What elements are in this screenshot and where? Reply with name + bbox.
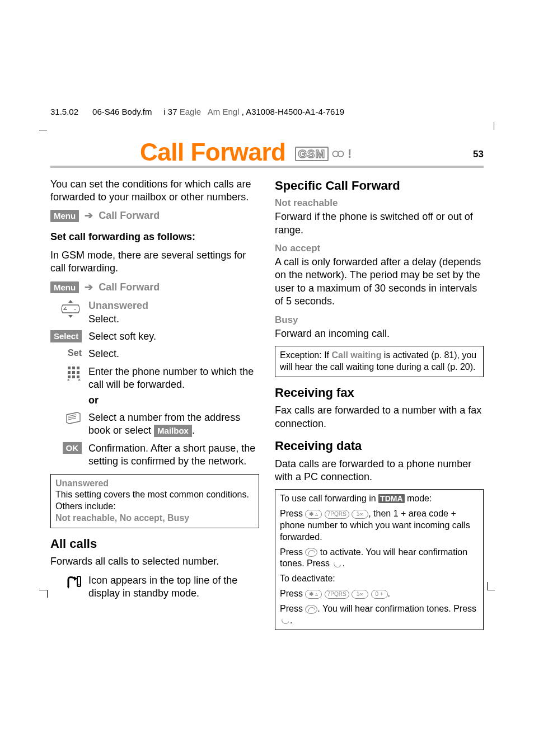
header-seq: i 37 <box>163 107 177 116</box>
svg-rect-11 <box>68 375 71 378</box>
no-accept-label: No accept <box>275 242 484 255</box>
intro-text: You can set the conditions for which cal… <box>50 178 259 204</box>
tdma-box: To use call forwarding in TDMA mode: Pre… <box>275 489 484 630</box>
right-column: Specific Call Forward Not reachable Forw… <box>275 178 484 636</box>
step-keypad: Enter the phone number to which the call… <box>50 365 259 407</box>
not-reachable-body: Forward if the phone is switched off or … <box>275 210 484 237</box>
send-key-icon <box>305 548 317 557</box>
page-number: 53 <box>473 148 484 165</box>
header-product: Eagle <box>180 107 201 116</box>
manual-page: 31.5.02 06-S46 Body.fm i 37 Eagle Am Eng… <box>0 0 534 756</box>
gsm-intro: In GSM mode, there are several settings … <box>50 249 259 275</box>
arrow-icon: ➔ <box>82 209 95 222</box>
confirm-pre: Press <box>280 604 305 613</box>
page-title: Call Forward <box>140 140 286 166</box>
header-date: 31.5.02 <box>50 107 78 116</box>
crop-tick <box>487 590 495 590</box>
exception-pre: Exception: If <box>280 350 332 360</box>
no-accept-body: A call is only forwarded after a delay (… <box>275 256 484 308</box>
svg-rect-8 <box>68 371 71 374</box>
tdma-badge: TDMA <box>378 494 404 503</box>
key-0: 0 + <box>371 590 388 599</box>
svg-marker-17 <box>67 586 69 589</box>
key-star: ✱ ▵ <box>305 510 322 519</box>
svg-rect-6 <box>72 367 75 369</box>
svg-marker-2 <box>68 300 73 303</box>
key-7: 7PQRS <box>325 510 349 519</box>
step-set: Set Select. <box>50 348 259 360</box>
header-docno: A31008-H4500-A1-4-7619 <box>246 107 344 116</box>
title-badges: GSM ! <box>295 146 352 162</box>
infobox-conditions: Not reachable, No accept, Busy <box>55 513 254 524</box>
header-lang: Am Engl <box>208 107 240 116</box>
set-action: Select. <box>88 348 259 360</box>
tdma-line1-pre: To use call forwarding in <box>280 494 378 503</box>
data-heading: Receiving data <box>275 438 484 454</box>
crop-tick <box>47 590 48 598</box>
nav-key-icon <box>59 299 82 318</box>
end-key-icon <box>280 617 290 624</box>
select-softkey: Select <box>50 330 82 342</box>
keypad-action: Enter the phone number to which the call… <box>88 366 254 390</box>
key-1: 1∞ <box>352 590 368 599</box>
period: . <box>290 616 292 625</box>
ok-softkey: OK <box>63 442 82 454</box>
set-softkey: Set <box>68 348 82 359</box>
svg-point-4 <box>74 309 76 310</box>
busy-label: Busy <box>275 314 484 326</box>
svg-rect-5 <box>68 367 71 369</box>
menu-path-2: Menu ➔ Call Forward <box>50 281 259 294</box>
svg-rect-10 <box>77 371 79 374</box>
book-action-post: . <box>192 425 195 436</box>
all-calls-heading: All calls <box>50 536 259 552</box>
call-waiting-exception-box: Exception: If Call waiting is activated … <box>275 346 484 377</box>
svg-rect-12 <box>72 375 75 378</box>
activate-pre: Press <box>280 547 305 557</box>
infobox-title: Unanswered <box>55 478 254 490</box>
crop-tick <box>494 122 494 130</box>
send-key-icon <box>305 605 317 614</box>
menu-target: Call Forward <box>99 281 160 294</box>
title-bar: Call Forward GSM ! 53 <box>50 140 484 168</box>
busy-body: Forward an incoming call. <box>275 327 484 340</box>
unanswered-info-box: Unanswered This setting covers the most … <box>50 474 259 528</box>
header-file: 06-S46 Body.fm <box>92 107 152 116</box>
crop-tick <box>487 582 488 590</box>
fax-heading: Receiving fax <box>275 385 484 401</box>
nav-label: Unanswered <box>88 299 259 312</box>
period: . <box>388 589 390 598</box>
or-label: or <box>88 394 259 407</box>
call-forward-indicator-icon <box>66 574 82 589</box>
end-key-icon <box>332 560 342 568</box>
keypad-icon <box>66 365 82 382</box>
key-star: ✱ ▵ <box>305 590 322 599</box>
nav-action: Select. <box>88 313 259 326</box>
tdma-line1-post: mode: <box>405 494 432 503</box>
menu-key: Menu <box>50 281 79 294</box>
all-calls-body: Forwards all calls to selected number. <box>50 555 259 568</box>
svg-marker-3 <box>68 315 73 318</box>
fax-body: Fax calls are forwarded to a number with… <box>275 404 484 430</box>
content-columns: You can set the conditions for which cal… <box>50 178 484 636</box>
svg-rect-7 <box>77 367 79 369</box>
infobox-body: This setting covers the most common cond… <box>55 489 254 513</box>
press-label-2: Press <box>280 589 305 598</box>
set-heading: Set call forwarding as follows: <box>50 231 259 243</box>
step-ok: OK Confirmation. After a short pause, th… <box>50 442 259 468</box>
menu-key: Menu <box>50 210 79 222</box>
all-calls-icon-note: Icon appears in the top line of the disp… <box>88 574 259 600</box>
ok-action: Confirmation. After a short pause, the s… <box>88 442 259 468</box>
key-1: 1∞ <box>352 510 368 519</box>
menu-target: Call Forward <box>99 209 160 222</box>
menu-path-1: Menu ➔ Call Forward <box>50 209 259 222</box>
running-header: 31.5.02 06-S46 Body.fm i 37 Eagle Am Eng… <box>50 106 484 118</box>
svg-point-20 <box>78 584 79 585</box>
crop-tick <box>39 130 47 130</box>
settings-icon: ! <box>348 146 352 162</box>
mailbox-chip: Mailbox <box>154 425 192 437</box>
svg-line-15 <box>68 416 76 418</box>
svg-line-16 <box>68 418 76 420</box>
svg-rect-9 <box>72 371 75 374</box>
key-7: 7PQRS <box>325 590 349 599</box>
confirm-mid: . You will hear confirmation tones. Pres… <box>317 604 476 613</box>
